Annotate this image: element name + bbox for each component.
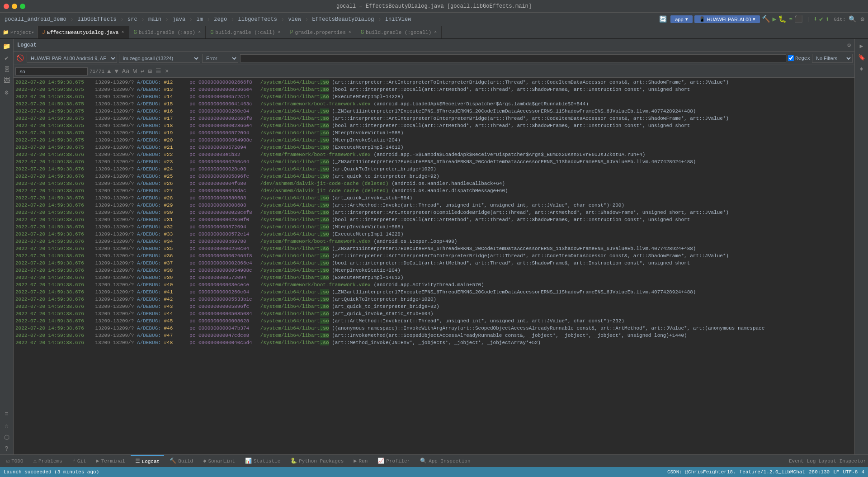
status-indent[interactable]: 4	[861, 469, 864, 475]
git-update-icon[interactable]: ⬇	[813, 15, 817, 24]
maximize-button[interactable]	[20, 4, 25, 9]
run-icon[interactable]: ▶	[772, 15, 776, 24]
breadcrumb[interactable]: gocall_android_demo › libGoEffects › src…	[2, 15, 414, 24]
close-search-icon[interactable]: ×	[164, 68, 170, 75]
tab-todo[interactable]: ☑ TODO	[2, 455, 28, 467]
status-branch[interactable]: feature/1.2.0_libMChat	[740, 469, 805, 475]
log-num: #42	[164, 296, 186, 303]
tab-close-buildgradle-app[interactable]: ×	[198, 30, 201, 35]
log-content[interactable]: 2022-07-20 14:59:38.675 13209-13209/? A/…	[14, 78, 854, 454]
match-case-icon[interactable]: Aa	[121, 68, 131, 75]
device-selector[interactable]: HUAWEI PAR-AL00 Android 9, AF	[27, 54, 117, 63]
stop-icon[interactable]: ⬛	[794, 15, 803, 24]
tab-sonarlint[interactable]: ◆ SonarLint	[198, 455, 240, 467]
status-line-col[interactable]: 280:130	[809, 469, 830, 475]
tab-logcat[interactable]: ☰ Logcat	[131, 455, 165, 467]
level-selector[interactable]: Error	[202, 54, 238, 63]
project-panel-toggle[interactable]: 📁 Project ▾	[0, 26, 37, 38]
run-config-button[interactable]: app ▾	[670, 15, 692, 23]
filter-selector[interactable]: No Filters	[812, 54, 853, 63]
log-ts: 2022-07-20 14:59:38.676	[15, 187, 92, 194]
status-lf[interactable]: LF	[833, 469, 839, 475]
event-log-label[interactable]: Event Log	[789, 458, 816, 464]
regex-checkbox-label[interactable]: Regex	[788, 55, 810, 61]
prev-match-icon[interactable]: ▲	[106, 68, 112, 75]
nav-libgoeffects2[interactable]: libgoeffects	[236, 15, 280, 24]
run-controls[interactable]: 🔄 app ▾ 📱 HUAWEI PAR-AL00 ▾ 🔨 ▶ 🐛 ☂ ⬛ | …	[657, 14, 829, 24]
tab-problems[interactable]: ⚠ Problems	[29, 455, 67, 467]
nav-effectsbeautydialog[interactable]: EffectsBeautyDialog	[310, 15, 377, 24]
highlight-icon[interactable]: ☰	[155, 67, 162, 75]
sidebar-build-variants-icon[interactable]: ⬡	[0, 432, 13, 443]
right-panel-icon-3[interactable]: ◈	[855, 63, 868, 74]
layout-inspector-label[interactable]: Layout Inspector	[818, 458, 866, 464]
debug-icon[interactable]: 🐛	[778, 15, 787, 24]
window-controls[interactable]	[4, 4, 25, 9]
logcat-search-input[interactable]	[240, 54, 786, 62]
tab-git[interactable]: ⑂ Git	[68, 455, 91, 467]
tab-buildgradle-app[interactable]: G build.gradle (:app) ×	[129, 26, 206, 38]
search-everywhere-icon[interactable]: 🔍	[847, 14, 858, 24]
nav-view[interactable]: view	[285, 15, 304, 24]
sidebar-commit-icon[interactable]: ✔	[0, 52, 13, 64]
run-coverage-icon[interactable]: ☂	[788, 15, 793, 24]
log-file: /dev/ashmem/dalvik-jit-code-cache (delet…	[260, 180, 389, 187]
tab-profiler[interactable]: 📈 Profiler	[373, 455, 415, 467]
nav-initview[interactable]: InitView	[382, 15, 414, 24]
tab-statistic[interactable]: 📊 Statistic	[241, 455, 285, 467]
regex-checkbox[interactable]	[788, 55, 794, 61]
tab-close-gradle-properties[interactable]: ×	[349, 30, 351, 35]
git-push-icon[interactable]: ⬆	[825, 15, 829, 24]
tab-build[interactable]: 🔨 Build	[165, 455, 198, 467]
tab-effectsbeautydialog[interactable]: J EffectsBeautyDialog.java ×	[38, 26, 129, 38]
log-line: 2022-07-20 14:59:38.676 13209-13209/? A/…	[14, 231, 854, 238]
status-bar: Launch succeeded (3 minutes ago) CSDN: @…	[0, 467, 868, 477]
sync-icon[interactable]: 🔄	[657, 14, 669, 24]
nav-libgoeffects[interactable]: libGoEffects	[75, 15, 119, 24]
tab-app-inspection[interactable]: 🔍 App Inspection	[415, 455, 475, 467]
settings-icon[interactable]: ⚙	[859, 14, 866, 24]
tab-gradle-properties[interactable]: P gradle.properties ×	[285, 26, 356, 38]
logcat-settings-icon[interactable]: ⚙	[847, 42, 851, 49]
log-addr: pc 0000000000b69780	[189, 238, 257, 245]
close-button[interactable]	[4, 4, 9, 9]
git-commit-icon[interactable]: ✔	[819, 15, 823, 24]
whole-word-icon[interactable]: W	[132, 68, 138, 75]
device-button[interactable]: 📱 HUAWEI PAR-AL00 ▾	[694, 15, 760, 23]
tab-run[interactable]: ▶ Run	[349, 455, 372, 467]
log-msg: (android.app.-$$Lambda$LoadedApk$Receive…	[374, 151, 646, 158]
nav-java[interactable]: java	[170, 15, 188, 24]
sidebar-build-icon[interactable]: ⚙	[0, 87, 13, 98]
tab-close-effectsbeautydialog[interactable]: ×	[121, 30, 124, 35]
sidebar-resource-icon[interactable]: 🖼	[0, 76, 13, 86]
wrap-icon[interactable]: ↩	[140, 67, 145, 75]
nav-project[interactable]: gocall_android_demo	[2, 15, 69, 24]
sidebar-help-icon[interactable]: ?	[0, 444, 13, 454]
filter-matches-icon[interactable]: ⊞	[147, 67, 152, 75]
right-panel-icon-1[interactable]: ▶	[855, 41, 868, 52]
tab-close-buildgradle-gocall[interactable]: ×	[434, 30, 437, 35]
sidebar-db-icon[interactable]: 🗄	[0, 64, 13, 75]
hammer-icon[interactable]: 🔨	[762, 15, 770, 24]
nav-im[interactable]: im	[194, 15, 206, 24]
minimize-button[interactable]	[12, 4, 17, 9]
nav-main[interactable]: main	[146, 15, 164, 24]
log-level: A/DEBUG:	[137, 296, 161, 303]
tab-python-packages[interactable]: 🐍 Python Packages	[286, 455, 348, 467]
status-encoding[interactable]: UTF-8	[843, 469, 858, 475]
nav-zego[interactable]: zego	[211, 15, 230, 24]
sidebar-structure-icon[interactable]: ≡	[0, 409, 13, 420]
tab-close-buildgradle-call[interactable]: ×	[278, 30, 280, 35]
tab-terminal[interactable]: ▶ Terminal	[92, 455, 130, 467]
search-input[interactable]	[15, 67, 88, 76]
next-match-icon[interactable]: ▼	[113, 68, 119, 75]
nav-src[interactable]: src	[125, 15, 140, 24]
app-selector[interactable]: im.zego.gocall (13224)	[119, 54, 200, 63]
tab-buildgradle-call[interactable]: G build.gradle (:call) ×	[206, 26, 285, 38]
right-panel-icon-2[interactable]: 🔖	[855, 52, 868, 63]
sidebar-favorites-icon[interactable]: ☆	[0, 420, 13, 431]
tab-buildgradle-gocall[interactable]: G build.gradle (:gocall) ×	[356, 26, 442, 38]
clear-logcat-icon[interactable]: 🚫	[15, 54, 25, 62]
sidebar-project-icon[interactable]: 📁	[0, 41, 13, 52]
log-ts: 2022-07-20 14:59:38.676	[15, 223, 92, 231]
